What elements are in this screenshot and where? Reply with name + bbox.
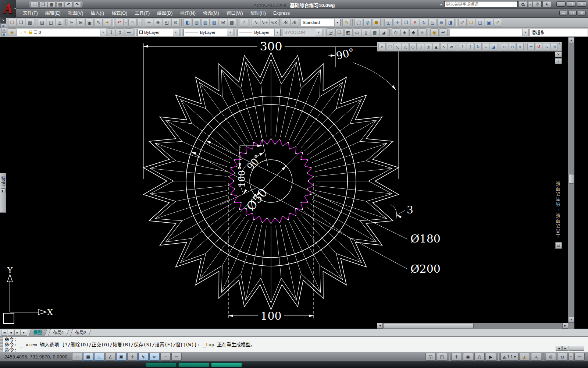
style-combo[interactable]: Standard ▼ — [301, 19, 341, 26]
layer-previous-icon[interactable]: ↥ — [116, 28, 124, 36]
workspace-switch-button[interactable]: ⊛ — [546, 353, 556, 361]
box-realistic-icon[interactable]: ▯ — [362, 28, 370, 36]
logo-dropdown-arrow[interactable]: ▾ — [14, 0, 16, 17]
pan-button[interactable]: ✛ — [452, 353, 462, 361]
menu-item[interactable]: 修改(M) — [199, 9, 223, 18]
lineweight-combo[interactable]: ByLayer ▼ — [238, 29, 280, 36]
render-icon[interactable]: ◎ — [363, 19, 372, 26]
extrude-face-icon[interactable]: ◱ — [384, 19, 393, 26]
taskbar-item[interactable] — [146, 362, 177, 367]
text-style-icon[interactable]: ⁄8 — [291, 19, 299, 26]
lwt-toggle[interactable]: ≡ — [160, 353, 171, 361]
minimize-button[interactable]: — — [556, 1, 566, 7]
vertical-scroll-thumb[interactable] — [569, 174, 574, 184]
doc-minimize-button[interactable]: — — [559, 11, 567, 15]
palette-autohide-icon[interactable]: « — [555, 58, 562, 64]
layer-properties-manager-icon[interactable]: ≡ — [8, 28, 16, 36]
match-style-icon[interactable]: ✎ — [342, 19, 351, 26]
3d-align-icon[interactable]: ↘ — [543, 43, 550, 50]
box-3d-wireframe-icon[interactable]: ◩ — [344, 28, 353, 36]
menu-item[interactable]: 视图(V) — [64, 9, 87, 18]
search-dropdown[interactable]: ▾ — [528, 1, 532, 7]
imprint-icon[interactable]: ◸ — [458, 19, 467, 26]
chevron-down-icon[interactable]: ▼ — [522, 29, 528, 36]
revolve-icon[interactable]: ↻ — [474, 43, 482, 50]
torus-icon[interactable]: ◎ — [425, 43, 432, 50]
coordinates-readout[interactable]: 2453.4895, 732.9870, 0.0000 — [0, 354, 72, 360]
layout-space-button[interactable]: ◫ — [437, 353, 447, 361]
redo-icon[interactable]: ↷ — [128, 19, 137, 26]
otrack-toggle[interactable]: ✛ — [127, 353, 138, 361]
sweep-icon[interactable]: ∫ — [467, 43, 474, 50]
block-editor-icon[interactable]: ✦ — [103, 19, 111, 26]
menu-item[interactable]: Express — [270, 9, 293, 18]
drawing-canvas[interactable]: 30010090°90°100°Ø50Ø180Ø2003YX ⌂❒◺△○▯◎▲∿… — [0, 37, 588, 329]
shade-flat-icon[interactable]: ◇ — [392, 28, 400, 36]
menu-item[interactable]: 文件(F) — [19, 9, 42, 18]
command-scroll-thumb[interactable] — [569, 346, 584, 351]
polar-toggle[interactable]: ∠ — [105, 353, 115, 361]
box-icon[interactable]: ❒ — [386, 43, 393, 50]
camera-icon[interactable]: ◉ — [430, 28, 439, 36]
command-line-window[interactable]: 命令:命令: _-view 输入选项 [?/删除(D)/正交(O)/恢复(R)/… — [0, 336, 588, 352]
zoom-previous-icon[interactable]: ⊙ — [171, 19, 180, 26]
box-conceptual-icon[interactable]: ▩ — [371, 28, 379, 36]
intersect-icon[interactable]: ∩ — [516, 43, 524, 50]
tab-next-button[interactable]: ▶ — [14, 330, 21, 336]
close-button[interactable]: ✕ — [577, 1, 586, 7]
paste-icon[interactable]: ▣ — [85, 19, 94, 26]
designcenter-icon[interactable]: ▥ — [192, 19, 201, 26]
infocenter-expand-arrow[interactable]: ▸ — [441, 2, 442, 6]
menu-item[interactable]: 格式(O) — [108, 9, 131, 18]
doc-restore-button[interactable]: ❐ — [569, 11, 577, 15]
horizontal-scroll-thumb[interactable] — [383, 323, 474, 328]
save-icon[interactable]: ▦ — [26, 19, 34, 26]
scroll-right-icon[interactable]: ▶ — [562, 323, 568, 329]
open-icon[interactable]: ❒ — [39, 1, 47, 7]
color-face-icon[interactable]: ◨ — [446, 19, 455, 26]
3d-move-icon[interactable]: ✛ — [527, 43, 535, 50]
loft-icon[interactable]: ⌣ — [482, 43, 489, 50]
search-button[interactable] — [518, 1, 527, 7]
taskbar-item[interactable] — [211, 362, 242, 367]
clean-solid-icon[interactable]: ❏ — [467, 19, 475, 26]
plot-icon[interactable]: ▤ — [56, 1, 64, 7]
properties-panel-tab[interactable]: 特性 ◧ — [0, 173, 6, 213]
match-properties-icon[interactable]: ✎ — [94, 19, 103, 26]
cylinder-icon[interactable]: ▯ — [417, 43, 424, 50]
box-2d-wireframe-icon[interactable]: ❏ — [335, 28, 344, 36]
undo-dropdown[interactable]: ▾ — [124, 19, 128, 26]
chevron-down-icon[interactable]: ▼ — [334, 19, 340, 26]
polysolid-icon[interactable]: ⌂ — [378, 43, 386, 50]
zoom-window-icon[interactable]: ◰ — [163, 19, 171, 26]
linetype-combo[interactable]: ByLayer ▼ — [183, 29, 233, 36]
save-icon[interactable]: ▦ — [48, 1, 56, 7]
slice-icon[interactable]: ◪ — [490, 43, 497, 50]
tool-palettes-icon[interactable]: ▨ — [201, 19, 210, 26]
menu-item[interactable]: 编辑(E) — [42, 9, 64, 18]
pline-join-icon[interactable]: ∿+ — [261, 19, 269, 26]
steering-wheel-button[interactable]: ◎ — [474, 353, 485, 361]
zoom-button[interactable]: ◉ — [463, 353, 473, 361]
snap-toggle[interactable]: ∷ — [72, 353, 82, 361]
shade-flat-edges-icon[interactable]: ◆ — [409, 28, 418, 36]
restore-button[interactable]: ❐ — [567, 1, 576, 7]
make-object-layer-current-icon[interactable]: ↤ — [125, 28, 133, 36]
box-3d-hidden-icon[interactable]: ▭ — [353, 28, 361, 36]
color-combo[interactable]: ByLayer ▼ — [138, 29, 179, 36]
model-space-button[interactable]: ◱ — [425, 353, 436, 361]
box-shaded-icon[interactable]: ◪ — [379, 28, 388, 36]
pline-edit-icon[interactable]: ∿ — [252, 19, 260, 26]
3d-array-icon[interactable]: ⊞ — [550, 43, 558, 50]
menu-item[interactable]: 标注(N) — [177, 9, 199, 18]
tab-layout2[interactable]: 布局2 — [70, 329, 91, 336]
command-window-grip[interactable] — [0, 337, 3, 352]
qnew-icon[interactable]: ❑ — [31, 1, 39, 7]
menu-item[interactable]: 帮助(H) — [247, 9, 270, 18]
cmd-scroll-left[interactable]: ◀ — [556, 346, 562, 351]
doc-close-button[interactable]: ✕ — [578, 11, 586, 15]
pan-icon[interactable]: ✛ — [145, 19, 153, 26]
tab-first-button[interactable]: |◀ — [1, 330, 7, 336]
helix-icon[interactable]: ∿ — [440, 43, 448, 50]
plot-preview-icon[interactable]: ◫ — [47, 19, 55, 26]
